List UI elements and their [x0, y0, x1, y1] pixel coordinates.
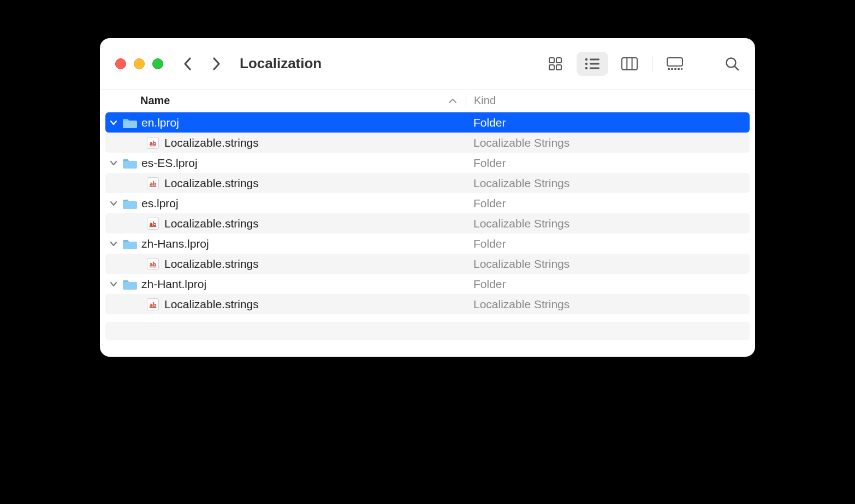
disclosure-toggle[interactable] — [109, 120, 118, 125]
disclosure-toggle[interactable] — [109, 160, 118, 166]
svg-text:a̲b̲: a̲b̲ — [149, 181, 157, 187]
folder-row[interactable]: zh-Hans.lprojFolder — [105, 233, 750, 254]
folder-icon-slot — [122, 157, 138, 169]
folder-icon — [123, 157, 137, 169]
view-gallery-button[interactable] — [659, 52, 691, 76]
disclosure-toggle[interactable] — [109, 281, 118, 287]
file-row[interactable]: a̲b̲ Localizable.stringsLocalizable Stri… — [105, 294, 750, 314]
file-row[interactable]: a̲b̲ Localizable.stringsLocalizable Stri… — [105, 254, 750, 274]
traffic-lights — [115, 58, 163, 69]
folder-icon-slot — [122, 238, 138, 250]
column-headers: Name Kind — [100, 89, 755, 112]
svg-rect-3 — [556, 65, 561, 70]
forward-button[interactable] — [211, 56, 221, 71]
disclosure-toggle[interactable] — [109, 241, 118, 247]
item-name: Localizable.strings — [164, 136, 259, 149]
column-header-name-label: Name — [140, 94, 170, 107]
svg-text:a̲b̲: a̲b̲ — [149, 221, 157, 227]
item-kind: Folder — [466, 237, 506, 250]
name-cell: a̲b̲ Localizable.strings — [105, 217, 466, 230]
strings-file-icon: a̲b̲ — [147, 137, 159, 149]
file-icon-slot: a̲b̲ — [145, 298, 161, 310]
svg-rect-2 — [549, 65, 554, 70]
svg-rect-15 — [671, 68, 673, 70]
folder-row[interactable]: es-ES.lprojFolder — [105, 153, 750, 173]
folder-row[interactable]: es.lprojFolder — [105, 193, 750, 213]
column-header-kind-label: Kind — [474, 94, 496, 106]
item-kind: Folder — [466, 197, 506, 210]
column-header-name[interactable]: Name — [100, 94, 466, 107]
file-row[interactable]: a̲b̲ Localizable.stringsLocalizable Stri… — [105, 173, 750, 193]
chevron-down-icon — [110, 281, 117, 287]
list-icon — [584, 57, 601, 70]
back-button[interactable] — [183, 56, 193, 71]
item-kind: Localizable Strings — [466, 257, 569, 271]
strings-file-icon: a̲b̲ — [147, 258, 159, 270]
folder-icon — [123, 197, 137, 209]
item-name: Localizable.strings — [164, 217, 259, 230]
folder-row[interactable]: en.lprojFolder — [105, 112, 750, 133]
view-columns-button[interactable] — [614, 52, 645, 76]
item-kind: Folder — [466, 278, 506, 291]
svg-rect-14 — [668, 68, 670, 70]
svg-rect-0 — [549, 58, 554, 63]
svg-rect-17 — [678, 68, 680, 70]
file-icon-slot: a̲b̲ — [145, 218, 161, 230]
svg-rect-13 — [667, 58, 682, 66]
svg-rect-18 — [681, 68, 682, 70]
search-button[interactable] — [725, 56, 740, 71]
name-cell: a̲b̲ Localizable.strings — [105, 257, 466, 271]
file-icon-slot: a̲b̲ — [145, 137, 161, 149]
chevron-down-icon — [110, 241, 117, 247]
file-row[interactable]: a̲b̲ Localizable.stringsLocalizable Stri… — [105, 133, 750, 153]
finder-window: Localization — [100, 38, 755, 357]
item-name: es-ES.lproj — [141, 157, 198, 170]
svg-point-4 — [585, 58, 587, 60]
name-cell: a̲b̲ Localizable.strings — [105, 136, 466, 149]
strings-file-icon: a̲b̲ — [147, 298, 159, 310]
svg-point-6 — [585, 62, 587, 64]
close-window-button[interactable] — [115, 58, 126, 69]
name-cell: es-ES.lproj — [105, 157, 466, 170]
column-header-kind[interactable]: Kind — [466, 94, 755, 107]
strings-file-icon: a̲b̲ — [147, 177, 159, 189]
name-cell: es.lproj — [105, 197, 466, 210]
view-switcher — [539, 52, 691, 76]
chevron-down-icon — [110, 160, 117, 166]
minimize-window-button[interactable] — [134, 58, 145, 69]
item-name: Localizable.strings — [164, 257, 259, 271]
folder-row[interactable]: zh-Hant.lprojFolder — [105, 274, 750, 294]
file-row[interactable]: a̲b̲ Localizable.stringsLocalizable Stri… — [105, 213, 750, 233]
file-icon-slot: a̲b̲ — [145, 177, 161, 189]
name-cell: zh-Hans.lproj — [105, 237, 466, 250]
name-cell: zh-Hant.lproj — [105, 278, 466, 291]
svg-text:a̲b̲: a̲b̲ — [149, 140, 157, 147]
name-cell: a̲b̲ Localizable.strings — [105, 177, 466, 190]
item-name: Localizable.strings — [164, 177, 259, 190]
item-name: zh-Hant.lproj — [141, 278, 206, 291]
columns-icon — [621, 57, 638, 70]
file-list: en.lprojFolder a̲b̲ Localizable.stringsL… — [100, 112, 755, 316]
item-kind: Folder — [466, 116, 506, 129]
chevron-down-icon — [110, 120, 117, 125]
item-name: es.lproj — [141, 197, 179, 210]
item-kind: Localizable Strings — [466, 298, 569, 311]
item-kind: Localizable Strings — [466, 177, 569, 190]
item-name: zh-Hans.lproj — [141, 237, 209, 250]
view-icons-button[interactable] — [539, 52, 571, 76]
zoom-window-button[interactable] — [152, 58, 163, 69]
name-cell: en.lproj — [105, 116, 466, 129]
item-name: Localizable.strings — [164, 298, 259, 311]
file-icon-slot: a̲b̲ — [145, 258, 161, 270]
svg-rect-7 — [590, 63, 599, 64]
view-list-button[interactable] — [577, 52, 608, 76]
item-kind: Localizable Strings — [466, 136, 569, 149]
svg-rect-1 — [556, 58, 561, 63]
folder-icon-slot — [122, 197, 138, 209]
svg-rect-5 — [590, 58, 599, 60]
window-title: Localization — [240, 55, 322, 72]
folder-icon-slot — [122, 278, 138, 290]
disclosure-toggle[interactable] — [109, 201, 118, 206]
svg-line-20 — [735, 66, 739, 70]
svg-point-8 — [585, 67, 587, 69]
